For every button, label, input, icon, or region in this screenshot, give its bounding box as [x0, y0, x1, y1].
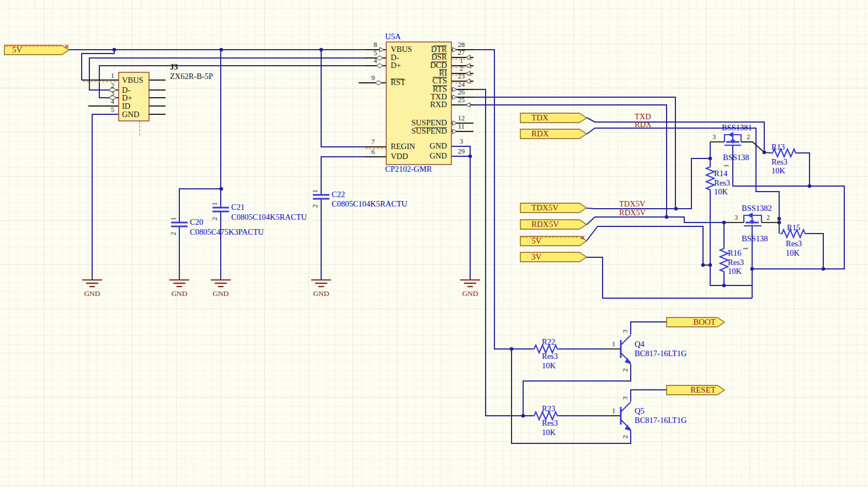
bss1381-pin-number: 2 [747, 133, 750, 141]
bss1381-designator: BSS1381 [722, 123, 752, 132]
u5a-pin-number: 26 [458, 88, 465, 96]
port-3v[interactable]: 3V [520, 252, 587, 262]
port-label: BOOT [693, 317, 716, 326]
u5a-pin-name: GND [430, 141, 447, 150]
r16-comment: Res3 [728, 258, 744, 267]
u5a-pin-number: 29 [458, 147, 465, 155]
u5a-pin-number: 12 [458, 114, 465, 122]
u5a-pin-number: 25 [458, 96, 465, 104]
gnd-label: GND [84, 289, 100, 298]
bss1381-part: BSS138 [723, 153, 749, 162]
r16-designator: R16 [728, 248, 741, 257]
r15-designator: R15 [787, 223, 800, 232]
q4-pin-number: 2 [621, 368, 629, 372]
port-label: RDX5V [531, 220, 559, 229]
u5a-pin-number: 7 [371, 138, 375, 146]
u5a-pin-name: D+ [391, 61, 401, 70]
bss1381-pin-number: 1 [722, 164, 730, 167]
component-r14[interactable]: R14 Res3 10K [706, 165, 730, 196]
port-label: TDX [531, 113, 549, 122]
schematic-canvas: VBUS D- D+ ID GND 1 2 3 4 5 J3 ZX62R-B-5… [0, 0, 868, 487]
gnd-label: GND [171, 289, 187, 298]
port-label: RESET [690, 385, 716, 394]
bss1382-pin-number: 3 [734, 214, 738, 221]
port-label: 5V [531, 236, 542, 245]
q5-pin-number: 3 [621, 396, 629, 400]
q4-pin-number: 1 [612, 340, 615, 348]
c21-designator: C21 [231, 203, 244, 211]
port-reset[interactable]: RESET [667, 385, 725, 395]
net-label-tdx5v[interactable]: TDX5V [619, 199, 646, 208]
c21-pin-number: 1 [211, 202, 219, 205]
port-label: TDX5V [531, 203, 558, 212]
c20-pin-number: 1 [169, 217, 177, 220]
u5a-pin-number: 8 [374, 41, 377, 49]
r16-value: 10K [728, 267, 742, 276]
port-tdx[interactable]: TDX [520, 113, 587, 123]
j3-pin-name: D+ [122, 93, 132, 102]
j3-pin-name: VBUS [122, 76, 143, 84]
u5a-pin-number: 3 [460, 137, 463, 145]
c22-pin-number: 2 [311, 204, 319, 208]
r22-designator: R22 [542, 337, 555, 346]
net-label-rdx5v[interactable]: RDX5V [619, 208, 646, 217]
port-label: 3V [531, 252, 542, 261]
r14-value: 10K [714, 187, 728, 196]
r15-comment: Res3 [786, 239, 802, 248]
r14-designator: R14 [714, 169, 728, 178]
r13-designator: R13 [771, 142, 785, 151]
r14-comment: Res3 [714, 178, 730, 187]
u5a-pin-name: VDD [391, 152, 408, 161]
port-label: RDX [531, 129, 549, 138]
j3-pin-number: 4 [111, 98, 115, 105]
u5a-pin-number: 1 [460, 57, 463, 65]
c22-designator: C22 [332, 190, 345, 199]
r15-value: 10K [786, 248, 800, 257]
r23-designator: R23 [542, 404, 555, 413]
c22-pin-number: 1 [311, 189, 319, 193]
c21-pin-number: 2 [211, 217, 219, 220]
c21-part: C0805C104K5RACTU [231, 213, 307, 221]
u5a-pin-number: 9 [371, 74, 375, 82]
u5a-pin-number: 28 [458, 41, 465, 49]
port-boot[interactable]: BOOT [667, 317, 725, 327]
q4-designator: Q4 [635, 340, 645, 348]
u5a-pin-name: SUSPEND [412, 118, 447, 127]
u5a-pin-name: GND [430, 151, 447, 160]
r22-comment: Res3 [542, 352, 558, 361]
u5a-designator: U5A [385, 32, 401, 41]
c20-designator: C20 [190, 218, 203, 226]
c20-pin-number: 2 [169, 232, 177, 235]
net-label-rdx[interactable]: RDX [635, 120, 652, 129]
port-tdx5v[interactable]: TDX5V [520, 203, 587, 213]
q5-pin-number: 2 [621, 435, 629, 438]
u5a-pin-number: 24 [458, 81, 465, 88]
u5a-pin-number: 23 [458, 72, 465, 80]
u5a-pin-name: REGIN [391, 142, 416, 151]
gnd-label: GND [313, 289, 329, 298]
q5-pin-number: 1 [612, 407, 615, 415]
r22-value: 10K [542, 361, 556, 370]
r23-value: 10K [542, 428, 556, 437]
r13-value: 10K [771, 166, 786, 175]
gnd-label: GND [462, 289, 478, 298]
bss1382-part: BSS138 [742, 234, 768, 243]
j3-pin-number: 5 [111, 106, 114, 114]
c22-part: C0805C104K5RACTU [332, 199, 407, 208]
c20-part: C0805C475K3PACTU [190, 227, 264, 236]
u5a-pin-number: 2 [460, 65, 463, 72]
r13-comment: Res3 [771, 157, 787, 166]
q4-pin-number: 3 [621, 330, 629, 333]
j3-pin-name: GND [122, 110, 139, 119]
j3-pin-number: 2 [111, 82, 114, 89]
u5a-pin-name: VBUS [391, 45, 412, 54]
j3-pin-name: ID [122, 102, 130, 110]
q4-part: BC817-16LT1G [635, 349, 687, 358]
r23-comment: Res3 [542, 419, 558, 427]
j3-pin-number: 1 [111, 72, 114, 80]
port-rdx5v[interactable]: RDX5V [520, 220, 587, 229]
gnd-label: GND [212, 289, 228, 298]
port-rdx[interactable]: RDX [520, 129, 587, 139]
j3-part: ZX62R-B-5P [170, 72, 213, 81]
u5a-pin-number: 4 [374, 57, 377, 65]
